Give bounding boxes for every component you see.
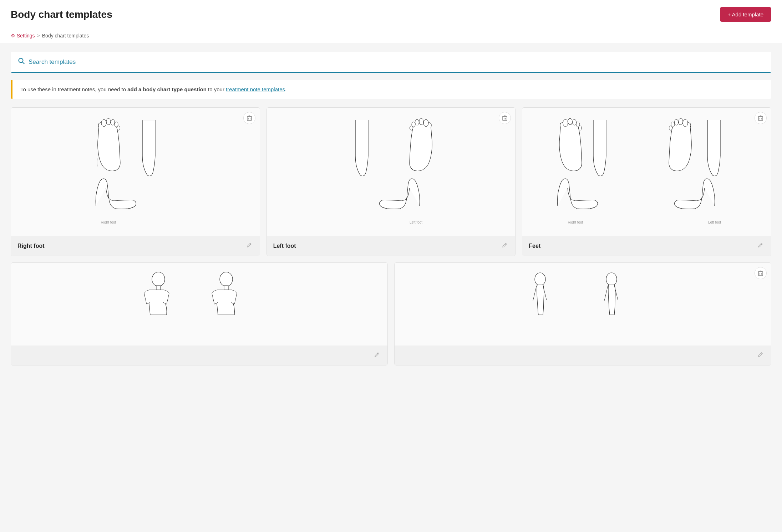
svg-point-10 xyxy=(117,126,120,130)
delete-body-side-button[interactable] xyxy=(755,267,767,279)
edit-feet-button[interactable] xyxy=(756,241,765,251)
svg-point-35 xyxy=(674,119,678,125)
delete-right-foot-button[interactable] xyxy=(243,112,255,124)
template-footer-body-front-back xyxy=(11,346,387,365)
template-footer-right-foot: Right foot xyxy=(11,236,260,256)
delete-left-foot-button[interactable] xyxy=(499,112,511,124)
svg-point-30 xyxy=(572,119,576,125)
template-name-left-foot: Left foot xyxy=(273,243,296,249)
template-footer-feet: Feet xyxy=(522,236,771,256)
svg-rect-42 xyxy=(156,286,161,290)
breadcrumb-current: Body chart templates xyxy=(42,33,89,39)
treatment-note-templates-link[interactable]: treatment note templates xyxy=(226,86,285,92)
svg-rect-13 xyxy=(503,117,507,121)
template-preview-body-side xyxy=(395,263,771,346)
search-input[interactable] xyxy=(29,58,764,66)
svg-point-28 xyxy=(563,119,568,127)
templates-grid-row2 xyxy=(11,262,771,365)
template-card-feet: Right foot Left foot Feet xyxy=(522,107,771,256)
add-template-button[interactable]: + Add template xyxy=(720,7,772,22)
search-section xyxy=(11,52,771,73)
template-card-body-side xyxy=(394,262,771,365)
template-name-feet: Feet xyxy=(529,243,540,249)
template-preview-feet: Right foot Left foot xyxy=(522,108,771,236)
svg-text:Left foot: Left foot xyxy=(708,220,721,224)
page-title: Body chart templates xyxy=(11,9,112,20)
svg-point-37 xyxy=(669,126,672,130)
template-name-right-foot: Right foot xyxy=(17,243,45,249)
svg-point-43 xyxy=(220,272,233,286)
svg-line-23 xyxy=(505,244,506,245)
template-preview-right-foot: Right foot xyxy=(11,108,260,236)
body-front-back-svg xyxy=(128,268,271,340)
edit-left-foot-button[interactable] xyxy=(501,241,509,251)
svg-point-34 xyxy=(679,118,683,125)
svg-line-56 xyxy=(761,353,762,354)
svg-text:Right foot: Right foot xyxy=(568,220,583,224)
templates-grid-row1: Right foot Right foot xyxy=(11,107,771,256)
svg-rect-2 xyxy=(247,117,252,121)
svg-line-12 xyxy=(249,244,250,245)
svg-point-19 xyxy=(415,119,419,125)
gear-icon: ⚙ xyxy=(11,33,15,39)
template-footer-left-foot: Left foot xyxy=(267,236,516,256)
template-preview-left-foot: Left foot xyxy=(267,108,516,236)
svg-text:Right foot: Right foot xyxy=(101,220,116,224)
svg-line-1 xyxy=(22,62,24,64)
edit-right-foot-button[interactable] xyxy=(245,241,253,251)
svg-point-41 xyxy=(152,272,165,286)
banner-text-before: To use these in treatment notes, you nee… xyxy=(20,86,127,92)
svg-line-54 xyxy=(604,286,608,301)
svg-line-51 xyxy=(533,286,537,301)
svg-point-8 xyxy=(111,119,115,125)
banner-text-end: . xyxy=(285,86,286,92)
search-icon xyxy=(18,57,25,66)
breadcrumb-separator: > xyxy=(37,33,40,39)
svg-line-40 xyxy=(761,244,762,245)
svg-point-33 xyxy=(683,119,688,127)
svg-point-18 xyxy=(419,118,423,125)
breadcrumb: ⚙ Settings > Body chart templates xyxy=(0,29,782,43)
svg-point-53 xyxy=(606,273,617,286)
feet-svg: Right foot Left foot xyxy=(547,117,747,227)
svg-line-45 xyxy=(377,353,379,354)
svg-point-7 xyxy=(106,118,111,125)
svg-rect-44 xyxy=(224,286,228,290)
svg-point-32 xyxy=(578,126,582,130)
edit-body-front-back-button[interactable] xyxy=(373,351,381,360)
main-content: To use these in treatment notes, you nee… xyxy=(0,43,782,374)
svg-point-6 xyxy=(101,119,106,127)
delete-feet-button[interactable] xyxy=(755,112,767,124)
svg-point-17 xyxy=(423,119,428,127)
template-card-right-foot: Right foot Right foot xyxy=(11,107,260,256)
svg-rect-24 xyxy=(758,117,763,121)
svg-point-50 xyxy=(535,273,545,286)
template-footer-body-side xyxy=(395,346,771,365)
breadcrumb-settings-link[interactable]: ⚙ Settings xyxy=(11,33,35,39)
left-foot-svg: Left foot xyxy=(345,117,437,227)
svg-text:Left foot: Left foot xyxy=(410,220,422,224)
body-side-svg xyxy=(512,268,654,340)
banner-bold-text: add a body chart type question xyxy=(127,86,207,92)
edit-body-side-button[interactable] xyxy=(756,351,765,360)
right-foot-svg: Right foot xyxy=(89,117,182,227)
page-header: Body chart templates + Add template xyxy=(0,0,782,29)
svg-point-21 xyxy=(410,126,413,130)
svg-point-29 xyxy=(568,118,572,125)
banner-text-after: to your xyxy=(207,86,226,92)
template-card-body-front-back xyxy=(11,262,388,365)
template-preview-body-front-back xyxy=(11,263,387,346)
template-card-left-foot: Left foot Left foot xyxy=(266,107,516,256)
info-banner: To use these in treatment notes, you nee… xyxy=(11,80,771,99)
svg-rect-46 xyxy=(758,272,763,276)
